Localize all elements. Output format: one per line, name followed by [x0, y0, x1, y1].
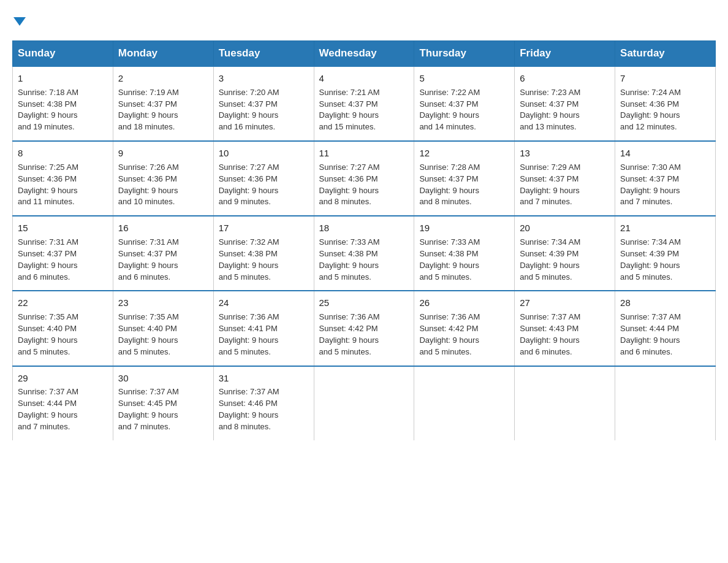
calendar-cell: 16 Sunrise: 7:31 AMSunset: 4:37 PMDaylig… [113, 216, 213, 291]
day-number: 13 [520, 147, 610, 160]
calendar-cell: 29 Sunrise: 7:37 AMSunset: 4:44 PMDaylig… [13, 366, 113, 440]
day-number: 11 [319, 147, 409, 160]
day-number: 21 [620, 221, 710, 235]
weekday-header-row: SundayMondayTuesdayWednesdayThursdayFrid… [13, 41, 716, 67]
calendar-cell: 18 Sunrise: 7:33 AMSunset: 4:38 PMDaylig… [314, 216, 414, 291]
day-info: Sunrise: 7:35 AMSunset: 4:40 PMDaylight:… [18, 312, 78, 356]
calendar-cell: 10 Sunrise: 7:27 AMSunset: 4:36 PMDaylig… [213, 141, 314, 216]
day-info: Sunrise: 7:21 AMSunset: 4:37 PMDaylight:… [319, 88, 380, 132]
weekday-header-tuesday: Tuesday [213, 41, 314, 67]
day-info: Sunrise: 7:36 AMSunset: 4:42 PMDaylight:… [319, 312, 380, 356]
day-info: Sunrise: 7:28 AMSunset: 4:37 PMDaylight:… [419, 163, 480, 207]
day-info: Sunrise: 7:31 AMSunset: 4:37 PMDaylight:… [18, 237, 78, 282]
day-number: 22 [18, 296, 108, 310]
day-number: 31 [219, 372, 309, 385]
calendar-cell: 13 Sunrise: 7:29 AMSunset: 4:37 PMDaylig… [515, 141, 615, 216]
day-number: 20 [520, 221, 610, 235]
day-info: Sunrise: 7:31 AMSunset: 4:37 PMDaylight:… [118, 237, 179, 282]
day-number: 6 [520, 72, 610, 85]
day-number: 17 [219, 221, 309, 235]
calendar-cell: 21 Sunrise: 7:34 AMSunset: 4:39 PMDaylig… [615, 216, 716, 291]
calendar-cell: 17 Sunrise: 7:32 AMSunset: 4:38 PMDaylig… [213, 216, 314, 291]
calendar-week-row: 22 Sunrise: 7:35 AMSunset: 4:40 PMDaylig… [13, 291, 716, 366]
day-info: Sunrise: 7:26 AMSunset: 4:36 PMDaylight:… [118, 163, 179, 207]
day-info: Sunrise: 7:37 AMSunset: 4:44 PMDaylight:… [620, 312, 681, 356]
day-number: 2 [118, 72, 208, 85]
calendar-cell [515, 366, 615, 440]
calendar-week-row: 15 Sunrise: 7:31 AMSunset: 4:37 PMDaylig… [13, 216, 716, 291]
weekday-header-friday: Friday [515, 41, 615, 67]
day-number: 30 [118, 372, 208, 385]
day-number: 25 [319, 296, 409, 310]
calendar-cell [615, 366, 716, 440]
logo-line1 [12, 12, 26, 29]
calendar-cell: 25 Sunrise: 7:36 AMSunset: 4:42 PMDaylig… [314, 291, 414, 366]
calendar-cell: 20 Sunrise: 7:34 AMSunset: 4:39 PMDaylig… [515, 216, 615, 291]
day-info: Sunrise: 7:36 AMSunset: 4:41 PMDaylight:… [219, 312, 279, 356]
day-number: 8 [18, 147, 108, 160]
calendar-cell: 27 Sunrise: 7:37 AMSunset: 4:43 PMDaylig… [515, 291, 615, 366]
day-number: 19 [419, 221, 509, 235]
calendar-table: SundayMondayTuesdayWednesdayThursdayFrid… [12, 40, 716, 440]
day-number: 27 [520, 296, 610, 310]
day-number: 14 [620, 147, 710, 160]
calendar-week-row: 1 Sunrise: 7:18 AMSunset: 4:38 PMDayligh… [13, 66, 716, 141]
day-info: Sunrise: 7:34 AMSunset: 4:39 PMDaylight:… [520, 237, 580, 282]
day-info: Sunrise: 7:24 AMSunset: 4:36 PMDaylight:… [620, 88, 681, 132]
calendar-week-row: 29 Sunrise: 7:37 AMSunset: 4:44 PMDaylig… [13, 366, 716, 440]
day-number: 12 [419, 147, 509, 160]
day-info: Sunrise: 7:23 AMSunset: 4:37 PMDaylight:… [520, 88, 580, 132]
day-number: 18 [319, 221, 409, 235]
day-info: Sunrise: 7:37 AMSunset: 4:44 PMDaylight:… [18, 387, 78, 431]
calendar-cell [314, 366, 414, 440]
day-info: Sunrise: 7:37 AMSunset: 4:43 PMDaylight:… [520, 312, 580, 356]
day-number: 29 [18, 372, 108, 385]
day-info: Sunrise: 7:29 AMSunset: 4:37 PMDaylight:… [520, 163, 580, 207]
day-info: Sunrise: 7:30 AMSunset: 4:37 PMDaylight:… [620, 163, 681, 207]
calendar-cell: 1 Sunrise: 7:18 AMSunset: 4:38 PMDayligh… [13, 66, 113, 141]
day-number: 26 [419, 296, 509, 310]
calendar-cell: 28 Sunrise: 7:37 AMSunset: 4:44 PMDaylig… [615, 291, 716, 366]
day-info: Sunrise: 7:25 AMSunset: 4:36 PMDaylight:… [18, 163, 78, 207]
logo-triangle-icon [13, 17, 26, 26]
calendar-cell: 14 Sunrise: 7:30 AMSunset: 4:37 PMDaylig… [615, 141, 716, 216]
calendar-cell: 26 Sunrise: 7:36 AMSunset: 4:42 PMDaylig… [414, 291, 515, 366]
calendar-cell: 8 Sunrise: 7:25 AMSunset: 4:36 PMDayligh… [13, 141, 113, 216]
calendar-cell [414, 366, 515, 440]
calendar-cell: 12 Sunrise: 7:28 AMSunset: 4:37 PMDaylig… [414, 141, 515, 216]
weekday-header-saturday: Saturday [615, 41, 716, 67]
calendar-cell: 9 Sunrise: 7:26 AMSunset: 4:36 PMDayligh… [113, 141, 213, 216]
day-number: 10 [219, 147, 309, 160]
day-info: Sunrise: 7:20 AMSunset: 4:37 PMDaylight:… [219, 88, 279, 132]
calendar-week-row: 8 Sunrise: 7:25 AMSunset: 4:36 PMDayligh… [13, 141, 716, 216]
day-info: Sunrise: 7:35 AMSunset: 4:40 PMDaylight:… [118, 312, 179, 356]
calendar-cell: 5 Sunrise: 7:22 AMSunset: 4:37 PMDayligh… [414, 66, 515, 141]
weekday-header-wednesday: Wednesday [314, 41, 414, 67]
day-info: Sunrise: 7:34 AMSunset: 4:39 PMDaylight:… [620, 237, 681, 282]
calendar-cell: 23 Sunrise: 7:35 AMSunset: 4:40 PMDaylig… [113, 291, 213, 366]
day-info: Sunrise: 7:19 AMSunset: 4:37 PMDaylight:… [118, 88, 179, 132]
day-info: Sunrise: 7:27 AMSunset: 4:36 PMDaylight:… [219, 163, 279, 207]
day-number: 7 [620, 72, 710, 85]
calendar-cell: 2 Sunrise: 7:19 AMSunset: 4:37 PMDayligh… [113, 66, 213, 141]
calendar-cell: 19 Sunrise: 7:33 AMSunset: 4:38 PMDaylig… [414, 216, 515, 291]
calendar-cell: 6 Sunrise: 7:23 AMSunset: 4:37 PMDayligh… [515, 66, 615, 141]
day-number: 4 [319, 72, 409, 85]
calendar-cell: 24 Sunrise: 7:36 AMSunset: 4:41 PMDaylig… [213, 291, 314, 366]
day-info: Sunrise: 7:22 AMSunset: 4:37 PMDaylight:… [419, 88, 480, 132]
calendar-cell: 31 Sunrise: 7:37 AMSunset: 4:46 PMDaylig… [213, 366, 314, 440]
calendar-cell: 30 Sunrise: 7:37 AMSunset: 4:45 PMDaylig… [113, 366, 213, 440]
day-info: Sunrise: 7:37 AMSunset: 4:46 PMDaylight:… [219, 387, 279, 431]
day-info: Sunrise: 7:33 AMSunset: 4:38 PMDaylight:… [419, 237, 480, 282]
day-number: 24 [219, 296, 309, 310]
calendar-cell: 4 Sunrise: 7:21 AMSunset: 4:37 PMDayligh… [314, 66, 414, 141]
day-number: 5 [419, 72, 509, 85]
day-number: 1 [18, 72, 108, 85]
day-info: Sunrise: 7:32 AMSunset: 4:38 PMDaylight:… [219, 237, 279, 282]
day-number: 23 [118, 296, 208, 310]
day-info: Sunrise: 7:27 AMSunset: 4:36 PMDaylight:… [319, 163, 380, 207]
day-number: 9 [118, 147, 208, 160]
day-info: Sunrise: 7:36 AMSunset: 4:42 PMDaylight:… [419, 312, 480, 356]
weekday-header-sunday: Sunday [13, 41, 113, 67]
day-number: 15 [18, 221, 108, 235]
